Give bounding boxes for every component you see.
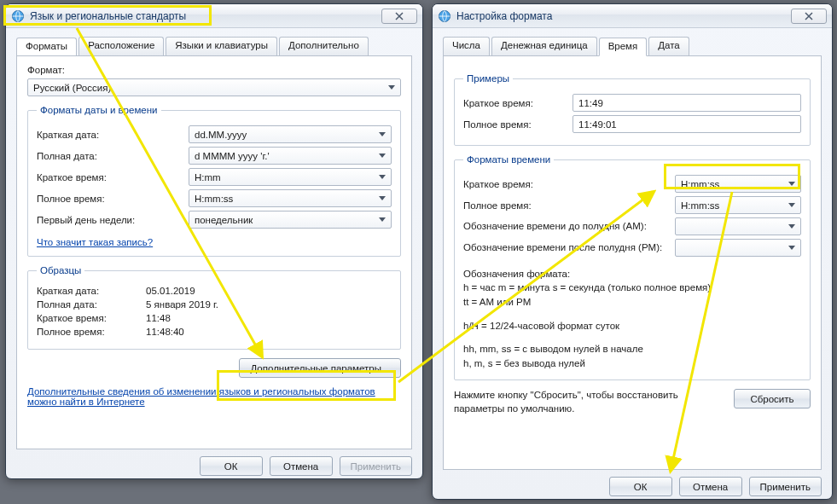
format-label: Формат: [27, 65, 401, 75]
combo-long-time-value: H:mm:ss [195, 194, 233, 204]
notation-title: Обозначения формата: [463, 269, 801, 279]
sample-long-time-label: Полное время: [37, 327, 139, 337]
tab-date[interactable]: Дата [648, 37, 689, 55]
notation-line5: h, m, s = без вывода нулей [463, 356, 801, 371]
button-reset[interactable]: Сбросить [734, 389, 811, 408]
group-examples: Примеры Краткое время: 11:49 Полное врем… [454, 73, 811, 146]
globe-icon [11, 9, 25, 23]
button-additional-params[interactable]: Дополнительные параметры... [239, 358, 401, 378]
group-samples: Образцы Краткая дата: 05.01.2019 Полная … [27, 265, 401, 350]
notation-line2: tt = AM или PM [463, 295, 801, 310]
combo-pm[interactable] [675, 239, 801, 257]
titlebar-left: Язык и региональные стандарты [6, 4, 422, 28]
label-first-day: Первый день недели: [37, 215, 182, 225]
combo-fmt-long-time-value: H:mm:ss [681, 200, 719, 211]
sample-short-time-value: 11:48 [146, 313, 171, 323]
ex-short-value-text: 11:49 [578, 98, 603, 108]
label-long-date: Полная дата: [37, 151, 182, 161]
button-apply-right[interactable]: Применить [749, 477, 822, 496]
tab-keyboards[interactable]: Языки и клавиатуры [166, 37, 277, 55]
tabstrip-left: Форматы Расположение Языки и клавиатуры … [16, 37, 412, 56]
fmt-pm-label: Обозначение времени после полудня (PM): [463, 241, 668, 253]
tab-formats[interactable]: Форматы [16, 38, 77, 56]
titlebar-right: Настройка формата [433, 4, 832, 28]
combo-first-day-value: понедельник [195, 215, 253, 225]
group-examples-legend: Примеры [463, 73, 513, 84]
sample-long-time-value: 11:48:40 [146, 327, 184, 337]
combo-am[interactable] [675, 217, 801, 235]
group-datetime-formats-legend: Форматы даты и времени [37, 105, 161, 115]
link-what-notation[interactable]: Что значит такая запись? [37, 237, 153, 247]
combo-short-time-value: H:mm [195, 172, 221, 182]
combo-first-day[interactable]: понедельник [189, 211, 392, 229]
combo-fmt-short-time[interactable]: H:mm:ss [675, 175, 801, 193]
combo-short-time[interactable]: H:mm [189, 168, 392, 186]
sample-short-date-label: Краткая дата: [37, 286, 139, 296]
group-time-formats: Форматы времени Краткое время: H:mm:ss П… [454, 154, 811, 380]
link-more-info[interactable]: Дополнительные сведения об изменении язы… [27, 386, 394, 407]
format-combo[interactable]: Русский (Россия) [27, 78, 401, 96]
notation-line3: h/H = 12/24-часовой формат суток [463, 319, 801, 333]
group-time-formats-legend: Форматы времени [463, 154, 554, 165]
sample-short-time-label: Краткое время: [37, 313, 139, 323]
combo-short-date-value: dd.MM.yyyy [195, 130, 247, 140]
close-button-right[interactable] [791, 9, 827, 24]
combo-long-time[interactable]: H:mm:ss [189, 189, 392, 207]
label-short-date: Краткая дата: [37, 130, 182, 140]
ex-short-value: 11:49 [573, 94, 801, 112]
dialog-buttons-right: ОК Отмена Применить [443, 477, 822, 496]
ex-long-value: 11:49:01 [573, 115, 801, 133]
label-short-time: Краткое время: [37, 172, 182, 182]
fmt-short-label: Краткое время: [463, 179, 668, 189]
tab-time[interactable]: Время [599, 38, 648, 56]
sample-long-date-value: 5 января 2019 г. [146, 299, 218, 310]
tab-currency[interactable]: Денежная единица [491, 37, 597, 55]
combo-fmt-long-time[interactable]: H:mm:ss [675, 196, 801, 214]
window-title-right: Настройка формата [456, 10, 791, 22]
button-cancel-left[interactable]: Отмена [270, 456, 333, 476]
combo-short-date[interactable]: dd.MM.yyyy [189, 125, 392, 143]
window-customize-format: Настройка формата Числа Денежная единица… [432, 3, 833, 500]
globe-icon [438, 9, 451, 23]
button-cancel-right[interactable]: Отмена [679, 477, 742, 496]
sample-long-date-label: Полная дата: [37, 299, 139, 310]
group-datetime-formats: Форматы даты и времени Краткая дата: dd.… [27, 105, 401, 257]
ex-short-label: Краткое время: [463, 98, 566, 108]
button-ok-left[interactable]: ОК [200, 456, 263, 476]
close-button[interactable] [381, 9, 417, 24]
ex-long-label: Полное время: [463, 119, 566, 130]
tabpage-time: Примеры Краткое время: 11:49 Полное врем… [443, 55, 822, 470]
format-combo-value: Русский (Россия) [33, 83, 111, 93]
reset-hint: Нажмите кнопку "Сбросить", чтобы восстан… [454, 389, 727, 415]
dialog-buttons-left: ОК Отмена Применить [16, 456, 412, 476]
tab-numbers[interactable]: Числа [443, 37, 490, 55]
notation-line4: hh, mm, ss = с выводом нулей в начале [463, 342, 801, 356]
button-apply-left[interactable]: Применить [340, 456, 412, 476]
combo-fmt-short-time-value: H:mm:ss [681, 179, 719, 189]
combo-long-date[interactable]: d MMMM yyyy 'г.' [189, 147, 392, 165]
ex-long-value-text: 11:49:01 [578, 119, 617, 130]
window-region-language: Язык и региональные стандарты Форматы Ра… [5, 3, 423, 479]
window-title: Язык и региональные стандарты [30, 10, 381, 22]
combo-long-date-value: d MMMM yyyy 'г.' [195, 151, 270, 161]
tab-advanced[interactable]: Дополнительно [279, 37, 369, 55]
tabpage-formats: Формат: Русский (Россия) Форматы даты и … [16, 55, 412, 449]
fmt-am-label: Обозначение времени до полудня (AM): [463, 220, 668, 232]
sample-short-date-value: 05.01.2019 [146, 286, 195, 296]
notation-line1: h = час m = минута s = секунда (только п… [463, 281, 801, 295]
fmt-long-label: Полное время: [463, 200, 668, 211]
tabstrip-right: Числа Денежная единица Время Дата [443, 37, 822, 56]
label-long-time: Полное время: [37, 194, 182, 204]
button-ok-right[interactable]: ОК [609, 477, 672, 496]
group-samples-legend: Образцы [37, 265, 84, 275]
tab-location[interactable]: Расположение [78, 37, 164, 55]
